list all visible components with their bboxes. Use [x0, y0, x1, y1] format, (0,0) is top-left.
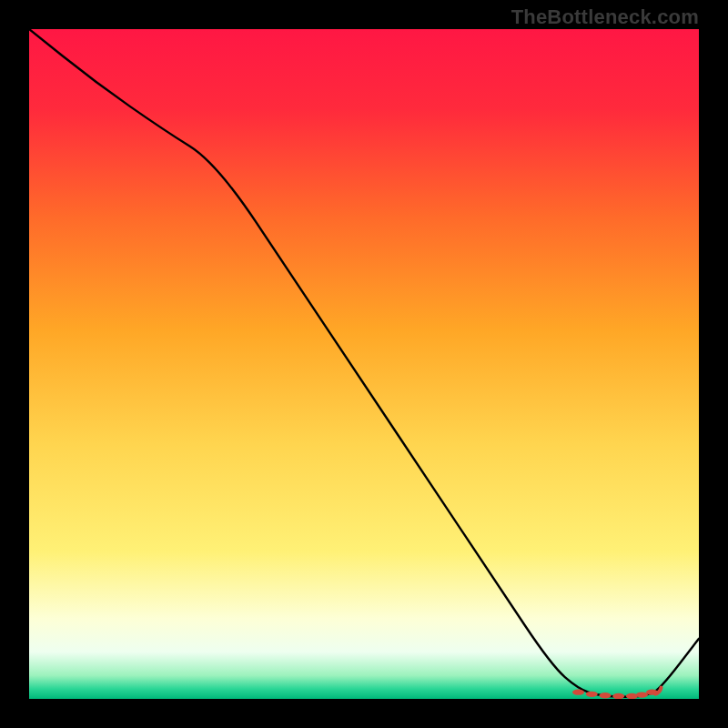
marker-dot — [599, 693, 611, 698]
marker-dot — [612, 693, 624, 699]
marker-dot — [572, 689, 584, 694]
chart-svg — [29, 29, 699, 699]
marker-dot — [626, 693, 638, 699]
marker-dot — [586, 692, 598, 697]
gradient-background — [29, 29, 699, 699]
watermark-text: TheBottleneck.com — [511, 5, 699, 29]
chart-frame: { "watermark": "TheBottleneck.com", "cha… — [0, 0, 728, 728]
plot-area — [29, 29, 699, 699]
marker-dot — [636, 692, 648, 697]
